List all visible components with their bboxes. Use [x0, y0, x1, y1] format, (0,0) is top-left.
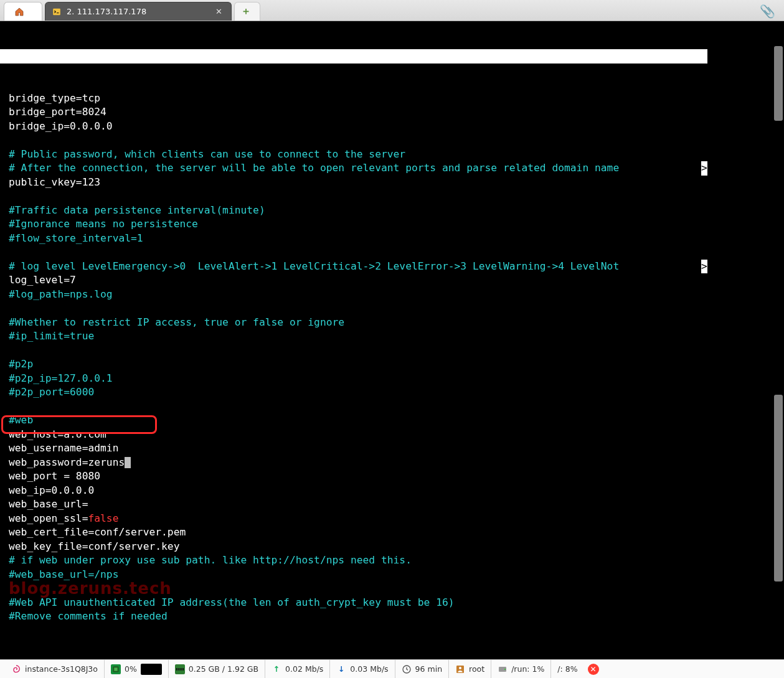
status-net-dn: ↓ 0.03 Mb/s — [330, 660, 395, 678]
editor-line: #Web API unauthenticated IP address(the … — [0, 596, 707, 610]
editor-line: # Public password, which clients can use… — [0, 148, 707, 162]
editor-line: #Ignorance means no persistence — [0, 217, 707, 232]
user-icon — [455, 664, 465, 674]
status-disk2: /: 8% — [551, 660, 583, 678]
home-tab[interactable] — [4, 2, 42, 21]
disk-icon — [498, 664, 508, 674]
status-user: root — [449, 660, 491, 678]
editor-line: bridge_type=tcp — [0, 92, 707, 106]
status-uptime: 96 min — [395, 660, 449, 678]
editor-line — [0, 301, 707, 316]
editor-line: web_port = 8080 — [0, 469, 707, 484]
home-icon — [14, 7, 24, 17]
editor-line — [0, 581, 707, 596]
status-mem: 0.25 GB / 1.92 GB — [169, 660, 265, 678]
status-mem-text: 0.25 GB / 1.92 GB — [189, 664, 258, 674]
editor-line: bridge_port=8024 — [0, 105, 707, 120]
terminal-area[interactable]: GNU nano 7.2 /opt/nps/conf/nps.conf * br… — [0, 21, 784, 659]
status-host-text: instance-3s1Q8J3o — [25, 664, 98, 674]
upload-icon: ↑ — [272, 664, 281, 674]
terminal-icon — [52, 7, 62, 17]
editor-line: # log level LevelEmergency->0 LevelAlert… — [0, 260, 707, 274]
status-net-up: ↑ 0.02 Mb/s — [265, 660, 330, 678]
paperclip-icon[interactable]: 📎 — [760, 4, 775, 19]
editor-line: log_level=7 — [0, 273, 707, 288]
plus-icon: ＋ — [241, 5, 251, 18]
editor-line: #flow_store_interval=1 — [0, 232, 707, 246]
editor-line: web_password=zeruns — [0, 456, 707, 470]
status-uptime-text: 96 min — [415, 664, 442, 674]
editor-line — [0, 245, 707, 260]
clock-icon — [402, 664, 412, 674]
tab-bar: 2. 111.173.117.178 ✕ ＋ 📎 — [0, 0, 784, 21]
status-net-up-text: 0.02 Mb/s — [285, 664, 323, 674]
new-tab-button[interactable]: ＋ — [234, 2, 260, 21]
cpu-graph — [141, 664, 162, 675]
svg-rect-4 — [176, 668, 177, 671]
editor-line: #Remove comments if needed — [0, 610, 707, 624]
svg-rect-6 — [180, 668, 181, 671]
editor-line: #web_base_url=/nps — [0, 568, 707, 582]
download-icon: ↓ — [336, 664, 346, 674]
editor-line: web_open_ssl=false — [0, 512, 707, 526]
editor-line: # After the connection, the server will … — [0, 161, 707, 176]
svg-rect-2 — [114, 667, 117, 671]
editor-line: #ip_limit=true — [0, 329, 707, 344]
editor-line: #web — [0, 413, 707, 428]
editor-line — [0, 344, 707, 358]
editor-line: #p2p — [0, 357, 707, 372]
editor-line: #log_path=nps.log — [0, 288, 707, 302]
status-cpu-text: 0% — [125, 664, 137, 674]
svg-rect-5 — [178, 668, 179, 671]
svg-point-12 — [504, 669, 506, 670]
editor-line: #Traffic data persistence interval(minut… — [0, 204, 707, 218]
editor-line: # if web under proxy use sub path. like … — [0, 553, 707, 568]
debian-icon — [11, 664, 21, 674]
status-disk1-text: /run: 1% — [511, 664, 544, 674]
nano-app-label: GNU nano 7.2 — [11, 64, 85, 78]
ram-icon — [175, 664, 185, 674]
editor-line: web_host=a.o.com — [0, 428, 707, 442]
svg-rect-7 — [182, 668, 184, 671]
status-cpu: 0% — [105, 660, 169, 678]
editor-line: #p2p_port=6000 — [0, 385, 707, 400]
tab-title: 2. 111.173.117.178 — [67, 7, 209, 16]
editor-line: web_key_file=conf/server.key — [0, 540, 707, 554]
editor-line: public_vkey=123 — [0, 176, 707, 190]
svg-rect-0 — [53, 8, 60, 15]
editor-line — [0, 133, 707, 148]
svg-point-10 — [459, 667, 461, 669]
editor-line: web_base_url= — [0, 497, 707, 512]
nano-titlebar: GNU nano 7.2 /opt/nps/conf/nps.conf * — [0, 49, 707, 64]
editor-line: bridge_ip=0.0.0.0 — [0, 120, 707, 134]
editor-line: #Whether to restrict IP access, true or … — [0, 316, 707, 330]
editor-line: #p2p_ip=127.0.0.1 — [0, 372, 707, 386]
status-disk1: /run: 1% — [491, 660, 551, 678]
close-icon[interactable]: ✕ — [215, 7, 222, 16]
editor-line — [0, 189, 707, 204]
status-host: instance-3s1Q8J3o — [5, 660, 105, 678]
status-disk2-text: /: 8% — [557, 664, 577, 674]
editor-line: web_cert_file=conf/server.pem — [0, 525, 707, 540]
status-user-text: root — [469, 664, 484, 674]
tab-active-terminal[interactable]: 2. 111.173.117.178 ✕ — [45, 2, 232, 21]
editor-line — [0, 624, 707, 638]
terminal-content: GNU nano 7.2 /opt/nps/conf/nps.conf * br… — [0, 21, 707, 659]
editor-line — [0, 400, 707, 414]
status-bar: instance-3s1Q8J3o 0% 0.25 GB / 1.92 GB ↑… — [0, 659, 784, 678]
editor-line: web_username=admin — [0, 441, 707, 456]
editor-line: web_ip=0.0.0.0 — [0, 484, 707, 498]
cpu-icon — [111, 664, 121, 674]
status-net-dn-text: 0.03 Mb/s — [350, 664, 388, 674]
terminal-scrollbar[interactable] — [772, 21, 784, 659]
nano-file-path: /opt/nps/conf/nps.conf * — [0, 77, 707, 92]
error-indicator-icon[interactable]: ✕ — [588, 664, 599, 675]
